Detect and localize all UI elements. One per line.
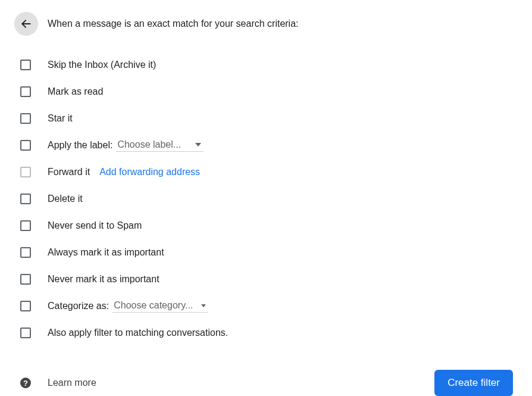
label-star-it: Star it <box>48 113 73 124</box>
checkbox-forward-it <box>20 167 31 177</box>
option-never-important: Never mark it as important <box>20 266 518 292</box>
arrow-left-icon <box>20 18 32 30</box>
option-forward-it: Forward it Add forwarding address <box>20 158 518 185</box>
label-forward-it: Forward it <box>48 167 90 177</box>
footer-row: ? Learn more Create filter <box>20 370 518 396</box>
option-delete-it: Delete it <box>20 185 518 212</box>
checkbox-never-important[interactable] <box>20 274 31 285</box>
option-always-important: Always mark it as important <box>20 239 518 266</box>
option-never-spam: Never send it to Spam <box>20 212 518 239</box>
label-also-apply: Also apply filter to matching conversati… <box>48 328 228 338</box>
label-always-important: Always mark it as important <box>48 247 164 258</box>
label-never-spam: Never send it to Spam <box>48 220 142 231</box>
label-categorize-as: Categorize as: <box>48 301 109 311</box>
create-filter-button[interactable]: Create filter <box>434 370 513 396</box>
select-categorize-text: Choose category... <box>114 300 193 311</box>
learn-more-link[interactable]: Learn more <box>48 378 96 388</box>
back-button[interactable] <box>14 12 38 36</box>
checkbox-always-important[interactable] <box>20 247 31 258</box>
apply-label-group: Apply the label: Choose label... <box>48 138 204 152</box>
chevron-down-icon <box>195 143 201 146</box>
option-skip-inbox: Skip the Inbox (Archive it) <box>20 51 518 78</box>
checkbox-categorize-as[interactable] <box>20 301 31 311</box>
checkbox-apply-label[interactable] <box>20 140 31 151</box>
label-never-important: Never mark it as important <box>48 274 159 285</box>
label-skip-inbox: Skip the Inbox (Archive it) <box>48 60 156 70</box>
label-mark-read: Mark as read <box>48 86 103 97</box>
header-row: When a message is an exact match for you… <box>14 12 518 36</box>
options-list: Skip the Inbox (Archive it) Mark as read… <box>20 51 518 346</box>
option-mark-read: Mark as read <box>20 78 518 105</box>
label-delete-it: Delete it <box>48 194 83 204</box>
checkbox-never-spam[interactable] <box>20 220 31 231</box>
checkbox-star-it[interactable] <box>20 113 31 124</box>
label-apply-label: Apply the label: <box>48 140 112 151</box>
option-categorize-as: Categorize as: Choose category... <box>20 292 518 319</box>
header-title: When a message is an exact match for you… <box>48 18 299 29</box>
chevron-down-icon <box>201 304 206 307</box>
option-star-it: Star it <box>20 105 518 132</box>
select-categorize[interactable]: Choose category... <box>112 299 208 313</box>
categorize-group: Categorize as: Choose category... <box>48 299 208 313</box>
footer-left: ? Learn more <box>20 378 96 388</box>
filter-actions-panel: When a message is an exact match for you… <box>0 0 532 396</box>
checkbox-also-apply[interactable] <box>20 328 31 338</box>
link-add-forwarding[interactable]: Add forwarding address <box>99 167 200 177</box>
help-icon: ? <box>20 378 31 388</box>
checkbox-delete-it[interactable] <box>20 194 31 204</box>
checkbox-skip-inbox[interactable] <box>20 60 31 70</box>
checkbox-mark-read[interactable] <box>20 86 31 97</box>
option-also-apply: Also apply filter to matching conversati… <box>20 319 518 346</box>
option-apply-label: Apply the label: Choose label... <box>20 132 518 158</box>
select-apply-label[interactable]: Choose label... <box>116 138 204 152</box>
select-apply-label-text: Choose label... <box>117 139 181 150</box>
forward-group: Forward it Add forwarding address <box>48 167 200 177</box>
